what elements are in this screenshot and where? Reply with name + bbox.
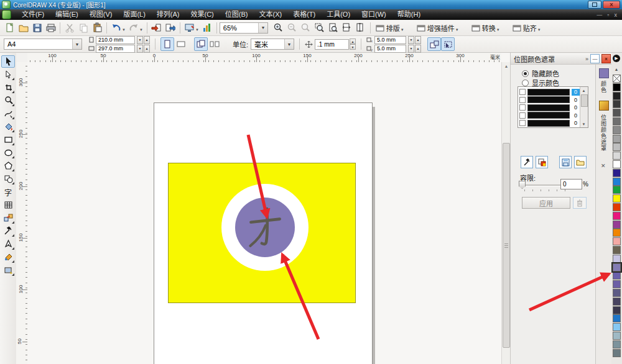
docker-tab-close-icon[interactable]: ✕: [601, 163, 606, 169]
palette-swatch-29[interactable]: [613, 323, 621, 331]
hide-colors-radio[interactable]: 隐藏颜色: [522, 68, 559, 78]
zoom-combo-arrow[interactable]: ▼: [258, 23, 267, 33]
dup-x-spin-down[interactable]: ▼: [408, 36, 414, 44]
mask-row-4[interactable]: 0: [519, 112, 580, 119]
palette-swatch-20[interactable]: [613, 246, 621, 254]
crop-tool[interactable]: [1, 81, 15, 94]
apply-button[interactable]: 应用: [522, 197, 570, 209]
paper-height-spin-up[interactable]: ▲: [144, 45, 150, 53]
save-mask-button[interactable]: [559, 156, 572, 168]
menu-item-7[interactable]: 位图(B): [220, 9, 254, 20]
bitmap-mask-docker-tab[interactable]: 位图颜色遮罩: [600, 114, 608, 152]
mask-row-checkbox[interactable]: [519, 112, 526, 119]
save-button[interactable]: [30, 21, 44, 35]
palette-flyout-button[interactable]: ▶: [613, 55, 620, 62]
mask-row-color-swatch[interactable]: [527, 96, 570, 103]
smart-fill-tool[interactable]: [1, 121, 15, 133]
palette-swatch-2[interactable]: [613, 92, 621, 100]
blend-tool[interactable]: [1, 212, 15, 224]
zoom-out-button[interactable]: [285, 21, 299, 35]
undo-button[interactable]: [109, 21, 123, 35]
palette-swatch-30[interactable]: [613, 332, 621, 340]
palette-swatch-12[interactable]: [613, 178, 621, 186]
palette-swatch-24[interactable]: [613, 280, 621, 288]
toolbar-button-2[interactable]: 增强插件▼: [414, 22, 463, 34]
corel-logo-icon[interactable]: [2, 10, 11, 19]
toolbar-button-1[interactable]: 排版▼: [373, 22, 408, 34]
table-tool[interactable]: [1, 199, 15, 211]
menu-item-8[interactable]: 文本(X): [253, 9, 287, 20]
fill-tool[interactable]: [1, 251, 15, 263]
menu-item-3[interactable]: 视图(V): [84, 9, 118, 20]
palette-swatch-9[interactable]: [613, 152, 621, 160]
mask-row-checkbox[interactable]: [519, 89, 526, 95]
interactive-fill-tool[interactable]: [1, 264, 15, 276]
basic-shapes-tool[interactable]: [1, 173, 15, 185]
outline-tool[interactable]: [1, 238, 15, 250]
paper-height-spin-down[interactable]: ▼: [137, 45, 143, 53]
rectangle-tool[interactable]: [1, 134, 15, 146]
palette-swatch-21[interactable]: [613, 255, 621, 263]
mask-row-2[interactable]: 0: [519, 96, 580, 104]
copy-button[interactable]: [77, 21, 90, 35]
mask-row-checkbox[interactable]: [519, 97, 526, 103]
menu-item-12[interactable]: 帮助(H): [392, 9, 426, 20]
dup-y-spin-down[interactable]: ▼: [408, 45, 414, 53]
mask-color-list[interactable]: ▲ ▼ 00000: [518, 86, 588, 128]
paper-size-combo[interactable]: A4 ▼: [4, 39, 82, 50]
zoom-level-combo[interactable]: 65% ▼: [220, 22, 268, 34]
doc-close-button[interactable]: x: [615, 12, 618, 18]
palette-swatch-31[interactable]: [613, 340, 621, 348]
landscape-button[interactable]: [174, 37, 188, 51]
edit-color-button[interactable]: [536, 156, 548, 168]
ellipse-tool[interactable]: [1, 147, 15, 159]
vertical-ruler[interactable]: 30025020015010050: [16, 62, 28, 364]
doc-minimize-button[interactable]: —: [596, 12, 602, 18]
mask-scroll-thumb[interactable]: [581, 94, 588, 107]
mask-row-checkbox[interactable]: [519, 104, 526, 111]
palette-swatch-27[interactable]: [613, 306, 621, 314]
application-launcher-button[interactable]: [183, 21, 197, 35]
zoom-page-width-button[interactable]: [340, 21, 354, 35]
mask-list-scrollbar[interactable]: ▲ ▼: [580, 87, 588, 127]
palette-swatch-13[interactable]: [613, 186, 621, 194]
palette-swatch-3[interactable]: [613, 100, 621, 108]
color-docker-tab-icon[interactable]: [599, 68, 609, 78]
palette-swatch-22[interactable]: [613, 263, 621, 271]
palette-swatch-28[interactable]: [613, 314, 621, 322]
button-dropdown-arrow[interactable]: ▼: [537, 28, 541, 32]
current-page-button[interactable]: [208, 37, 221, 51]
horizontal-ruler[interactable]: 10050050100150200250300毫米: [27, 53, 501, 63]
zoom-in-button[interactable]: [272, 21, 285, 35]
dup-y-spin-up[interactable]: ▲: [415, 45, 421, 53]
tolerance-slider-handle[interactable]: [519, 181, 526, 189]
redo-dropdown-arrow[interactable]: ▼: [139, 28, 143, 32]
menu-item-5[interactable]: 排列(A): [151, 9, 185, 20]
color-docker-tab[interactable]: 颜色: [600, 81, 608, 93]
text-tool[interactable]: 字: [1, 186, 15, 198]
print-button[interactable]: [44, 21, 57, 35]
duplicate-y-field[interactable]: 5.0 mm: [374, 45, 406, 53]
palette-swatch-8[interactable]: [613, 143, 621, 151]
bitmap-mask-docker-tab-icon[interactable]: [599, 101, 609, 111]
zoom-page-height-button[interactable]: [354, 21, 368, 35]
document-page[interactable]: [154, 102, 373, 364]
close-button[interactable]: X: [603, 1, 620, 9]
menu-item-6[interactable]: 效果(C): [185, 9, 220, 20]
paper-width-spin-down[interactable]: ▼: [137, 36, 143, 44]
toolbar-button-4[interactable]: 贴齐▼: [510, 22, 545, 34]
button-dropdown-arrow[interactable]: ▼: [496, 28, 500, 32]
mask-row-color-swatch[interactable]: [527, 89, 570, 96]
hide-colors-radio-dot[interactable]: [522, 70, 529, 77]
units-combo-arrow[interactable]: ▼: [284, 39, 294, 49]
docker-close-button[interactable]: x: [601, 54, 611, 63]
scroll-up-button[interactable]: ▲: [503, 62, 510, 70]
mask-row-5[interactable]: 0: [519, 119, 580, 127]
palette-swatch-23[interactable]: [613, 271, 621, 280]
mask-row-1[interactable]: 0: [519, 88, 580, 96]
export-button[interactable]: [164, 21, 177, 35]
menu-item-11[interactable]: 窗口(W): [356, 9, 392, 20]
polygon-tool[interactable]: [1, 160, 15, 172]
duplicate-x-field[interactable]: 5.0 mm: [374, 36, 406, 44]
open-button[interactable]: [16, 21, 30, 35]
